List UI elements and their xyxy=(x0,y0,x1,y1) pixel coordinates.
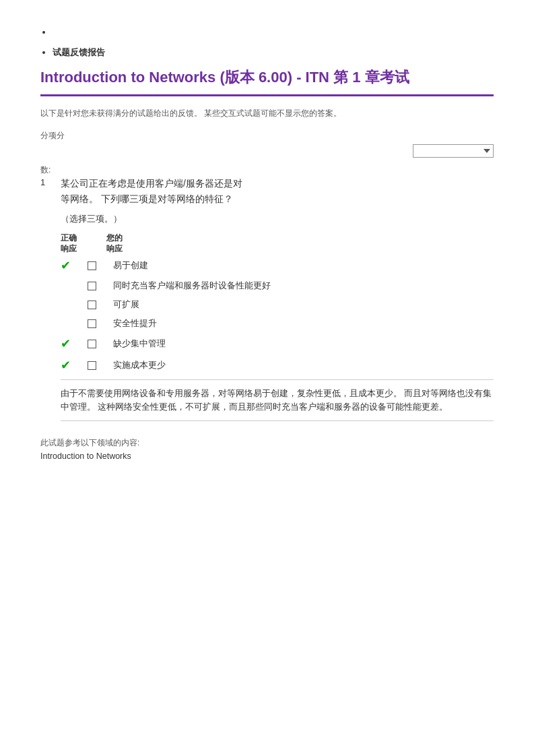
score-section: 分项分 xyxy=(40,130,494,158)
intro-text: 以下是针对您未获得满分的试题给出的反馈。 某些交互式试题可能不显示您的答案。 xyxy=(40,107,494,119)
checkbox-col-6 xyxy=(88,361,108,370)
checkbox-col-4 xyxy=(88,319,108,328)
option-text-2: 同时充当客户端和服务器时设备性能更好 xyxy=(113,280,271,292)
option-text-3: 可扩展 xyxy=(113,298,139,311)
header-yours2: 响应 xyxy=(106,244,123,255)
list-item: ✔ 易于创建 xyxy=(61,258,494,273)
question-number: 1 xyxy=(40,177,61,187)
checkbox-col-3 xyxy=(88,301,108,309)
correct-mark-2 xyxy=(61,280,88,292)
correct-mark-6: ✔ xyxy=(61,358,88,373)
top-bullet-list xyxy=(53,27,494,37)
option-text-5: 缺少集中管理 xyxy=(113,338,166,350)
header-correct: 正确 xyxy=(61,233,88,244)
choose-hint: （选择三项。） xyxy=(61,213,494,225)
explanation-box: 由于不需要使用网络设备和专用服务器，对等网络易于创建，复杂性更低，且成本更少。 … xyxy=(61,379,494,421)
question-row: 1 某公司正在考虑是使用客户端/服务器还是对 等网络。 下列哪三项是对等网络的特… xyxy=(40,176,494,422)
page-title: Introduction to Networks (版本 6.00) - ITN… xyxy=(40,68,494,88)
option-text-4: 安全性提升 xyxy=(113,317,157,329)
question-line1: 某公司正在考虑是使用客户端/服务器还是对 xyxy=(61,178,242,189)
option-text-1: 易于创建 xyxy=(113,259,148,272)
score-section-label: 分项分 xyxy=(40,130,494,141)
checkbox-5[interactable] xyxy=(88,340,96,348)
response-headers: 正确 响应 您的 响应 xyxy=(61,233,494,254)
correct-mark-1: ✔ xyxy=(61,258,88,273)
bullet-empty xyxy=(53,27,494,37)
checkbox-col-5 xyxy=(88,340,108,348)
option-text-6: 实施成本更少 xyxy=(113,359,166,371)
checkbox-2[interactable] xyxy=(88,282,96,290)
correct-mark-5: ✔ xyxy=(61,336,88,351)
checkbox-1[interactable] xyxy=(88,261,96,270)
checkbox-3[interactable] xyxy=(88,301,96,309)
question-line2: 等网络。 下列哪三项是对等网络的特征？ xyxy=(61,193,233,204)
correct-mark-3 xyxy=(61,298,88,311)
header-correct2: 响应 xyxy=(61,244,88,255)
list-item: ✔ 缺少集中管理 xyxy=(61,336,494,351)
correct-mark-4 xyxy=(61,317,88,329)
checkbox-col-2 xyxy=(88,282,108,290)
score-dropdown[interactable] xyxy=(413,144,494,158)
question-text: 某公司正在考虑是使用客户端/服务器还是对 等网络。 下列哪三项是对等网络的特征？ xyxy=(61,176,494,208)
title-divider xyxy=(40,94,494,96)
score-dropdown-row xyxy=(40,144,494,158)
reference-section: 此试题参考以下领域的内容: Introduction to Networks xyxy=(40,437,494,461)
nav-bullet-list: 试题反馈报告 xyxy=(53,46,494,59)
nav-label: 试题反馈报告 xyxy=(53,47,105,57)
list-item: 安全性提升 xyxy=(61,317,494,329)
checkbox-4[interactable] xyxy=(88,319,96,328)
list-item: ✔ 实施成本更少 xyxy=(61,358,494,373)
checkbox-col-1 xyxy=(88,261,108,270)
reference-label: 此试题参考以下领域的内容: xyxy=(40,437,494,449)
num-label: 数: xyxy=(40,164,494,176)
question-body: 某公司正在考虑是使用客户端/服务器还是对 等网络。 下列哪三项是对等网络的特征？… xyxy=(61,176,494,422)
options-list: ✔ 易于创建 同时充当客户端和服务器时设备性能更好 可扩展 xyxy=(61,258,494,373)
header-yours: 您的 xyxy=(106,233,123,244)
list-item: 可扩展 xyxy=(61,298,494,311)
reference-link: Introduction to Networks xyxy=(40,451,494,461)
list-item: 同时充当客户端和服务器时设备性能更好 xyxy=(61,280,494,292)
header-correct-col: 正确 响应 xyxy=(61,233,88,254)
checkbox-6[interactable] xyxy=(88,361,96,370)
header-your-col: 您的 响应 xyxy=(97,233,123,254)
